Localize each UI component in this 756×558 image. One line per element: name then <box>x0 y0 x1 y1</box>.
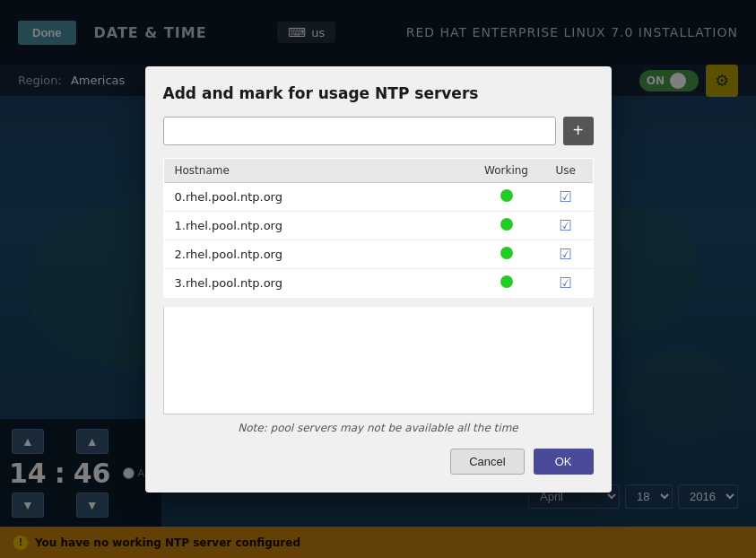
cancel-button[interactable]: Cancel <box>450 449 524 475</box>
working-cell <box>474 240 539 268</box>
modal-buttons: Cancel OK <box>163 449 594 475</box>
hostname-cell: 2.rhel.pool.ntp.org <box>163 240 474 268</box>
working-cell <box>474 268 539 297</box>
ok-button[interactable]: OK <box>534 449 594 475</box>
hostname-cell: 3.rhel.pool.ntp.org <box>163 268 474 297</box>
use-cell[interactable]: ☑ <box>539 268 593 297</box>
col-hostname-header: Hostname <box>163 158 474 182</box>
working-indicator <box>500 275 513 288</box>
table-row[interactable]: 2.rhel.pool.ntp.org☑ <box>163 240 593 268</box>
ntp-modal: Add and mark for usage NTP servers + Hos… <box>145 66 612 493</box>
use-checkbox[interactable]: ☑ <box>560 246 572 263</box>
modal-title: Add and mark for usage NTP servers <box>163 84 594 102</box>
table-row[interactable]: 1.rhel.pool.ntp.org☑ <box>163 211 593 240</box>
working-cell <box>474 182 539 211</box>
use-checkbox[interactable]: ☑ <box>560 188 572 205</box>
use-checkbox[interactable]: ☑ <box>560 275 572 292</box>
use-cell[interactable]: ☑ <box>539 211 593 240</box>
hostname-cell: 1.rhel.pool.ntp.org <box>163 211 474 240</box>
col-working-header: Working <box>474 158 539 182</box>
use-cell[interactable]: ☑ <box>539 182 593 211</box>
hostname-cell: 0.rhel.pool.ntp.org <box>163 182 474 211</box>
table-empty-area <box>163 307 594 414</box>
ntp-server-table: Hostname Working Use 0.rhel.pool.ntp.org… <box>163 158 594 298</box>
modal-input-row: + <box>163 117 594 145</box>
table-header-row: Hostname Working Use <box>163 158 593 182</box>
working-indicator <box>500 247 513 259</box>
modal-overlay: Add and mark for usage NTP servers + Hos… <box>0 0 756 558</box>
use-cell[interactable]: ☑ <box>539 240 593 268</box>
working-indicator <box>500 189 513 202</box>
ntp-hostname-input[interactable] <box>163 117 556 145</box>
table-row[interactable]: 0.rhel.pool.ntp.org☑ <box>163 182 593 211</box>
use-checkbox[interactable]: ☑ <box>560 217 572 234</box>
working-indicator <box>500 218 513 231</box>
modal-note: Note: pool servers may not be available … <box>163 422 594 434</box>
working-cell <box>474 211 539 240</box>
col-use-header: Use <box>539 158 593 182</box>
table-row[interactable]: 3.rhel.pool.ntp.org☑ <box>163 268 593 297</box>
add-ntp-button[interactable]: + <box>563 117 594 145</box>
